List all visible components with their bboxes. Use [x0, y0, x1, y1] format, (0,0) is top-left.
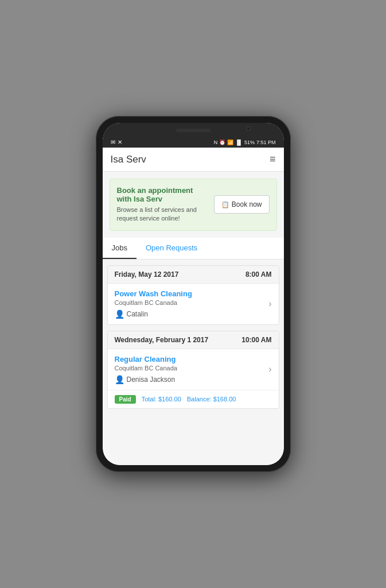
email-icon: ✉	[111, 139, 115, 145]
job-card-2: Wednesday, February 1 2017 10:00 AM Regu…	[107, 331, 279, 409]
book-icon: 📋	[221, 201, 229, 208]
time-text: 7:51 PM	[256, 140, 276, 145]
job-1-time: 8:00 AM	[245, 270, 272, 278]
paid-badge: Paid	[115, 395, 136, 404]
tab-jobs[interactable]: Jobs	[103, 238, 137, 259]
job-1-info: Power Wash Cleaning Coquitlam BC Canada …	[115, 289, 269, 319]
tab-open-requests[interactable]: Open Requests	[137, 238, 206, 259]
job-2-date: Wednesday, February 1 2017	[115, 336, 209, 344]
job-2-name: Regular Cleaning	[115, 355, 269, 363]
status-bar-left: ✉ ✕	[111, 139, 122, 145]
job-1-name: Power Wash Cleaning	[115, 289, 269, 298]
hamburger-menu-icon[interactable]: ≡	[270, 153, 276, 165]
battery-text: 51%	[244, 140, 255, 145]
worker-1-icon: 👤	[115, 310, 124, 319]
banner-title: Book an appointment with Isa Serv	[117, 186, 208, 203]
worker-1-name: Catalin	[127, 310, 148, 318]
job-2-location: Coquitlam BC Canada	[115, 365, 269, 372]
balance-value: $168.00	[213, 396, 236, 403]
book-now-label: Book now	[232, 200, 262, 208]
phone-screen-area: ✉ ✕ N ⏰ 📶 ▐▌ 51% 7:51 PM Isa Serv ≡	[103, 123, 284, 465]
content-area: Book an appointment with Isa Serv Browse…	[103, 172, 284, 465]
phone-screen: ✉ ✕ N ⏰ 📶 ▐▌ 51% 7:51 PM Isa Serv ≡	[103, 123, 284, 465]
banner-description: Browse a list of services and request se…	[117, 206, 208, 223]
phone-camera	[246, 126, 251, 131]
payment-balance: Balance: $168.00	[187, 396, 236, 403]
job-2-chevron-icon: ›	[268, 364, 271, 374]
app-title: Isa Serv	[111, 154, 146, 165]
job-1-location: Coquitlam BC Canada	[115, 299, 269, 306]
alarm-icon: ⏰	[219, 140, 225, 145]
wifi-icon: 📶	[227, 140, 233, 145]
job-card-2-body[interactable]: Regular Cleaning Coquitlam BC Canada 👤 D…	[108, 349, 279, 390]
job-card-1: Friday, May 12 2017 8:00 AM Power Wash C…	[107, 265, 279, 325]
tab-bar: Jobs Open Requests	[103, 238, 284, 260]
phone-speaker	[176, 129, 210, 132]
close-icon: ✕	[118, 139, 122, 145]
banner-text: Book an appointment with Isa Serv Browse…	[117, 186, 208, 223]
total-label: Total:	[142, 396, 157, 403]
status-bar: ✉ ✕ N ⏰ 📶 ▐▌ 51% 7:51 PM	[103, 123, 284, 148]
book-appointment-banner: Book an appointment with Isa Serv Browse…	[110, 179, 277, 231]
job-2-payment: Paid Total: $160.00 Balance: $168.00	[108, 390, 279, 408]
job-2-info: Regular Cleaning Coquitlam BC Canada 👤 D…	[115, 355, 269, 384]
phone-device: ✉ ✕ N ⏰ 📶 ▐▌ 51% 7:51 PM Isa Serv ≡	[96, 116, 291, 472]
job-card-2-header: Wednesday, February 1 2017 10:00 AM	[108, 331, 279, 349]
job-1-chevron-icon: ›	[268, 299, 271, 309]
balance-label: Balance:	[187, 396, 212, 403]
payment-total: Total: $160.00	[142, 396, 181, 403]
status-bar-right: N ⏰ 📶 ▐▌ 51% 7:51 PM	[214, 140, 276, 145]
job-1-date: Friday, May 12 2017	[115, 270, 179, 278]
top-bar: Isa Serv ≡	[103, 148, 284, 172]
job-card-1-body[interactable]: Power Wash Cleaning Coquitlam BC Canada …	[108, 284, 279, 324]
book-now-button[interactable]: 📋 Book now	[214, 195, 270, 214]
job-card-1-header: Friday, May 12 2017 8:00 AM	[108, 266, 279, 284]
signal-icon: ▐▌	[235, 140, 243, 145]
job-1-worker: 👤 Catalin	[115, 310, 269, 319]
worker-2-name: Denisa Jackson	[127, 376, 176, 384]
worker-2-icon: 👤	[115, 375, 124, 384]
job-2-worker: 👤 Denisa Jackson	[115, 375, 269, 384]
total-value: $160.00	[158, 396, 181, 403]
nfc-icon: N	[214, 140, 218, 145]
job-2-time: 10:00 AM	[241, 336, 271, 344]
